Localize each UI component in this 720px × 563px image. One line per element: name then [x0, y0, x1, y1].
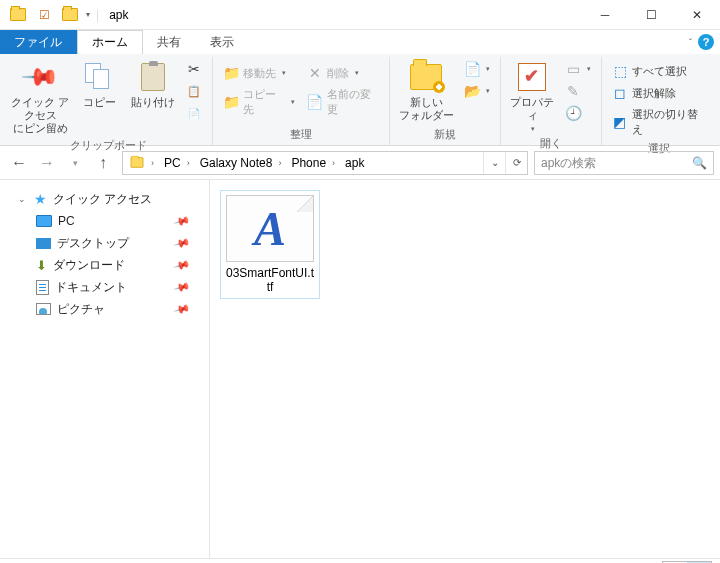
open-icon: ▭ [565, 61, 581, 77]
back-button[interactable]: ← [6, 150, 32, 176]
breadcrumb-device[interactable]: Galaxy Note8 [194, 152, 275, 174]
easy-access-icon: 📂 [464, 83, 480, 99]
rename-button[interactable]: 📄名前の変更 [303, 85, 384, 119]
properties-icon [518, 63, 546, 91]
ribbon: 📌 クイック アクセス にピン留め コピー 貼り付け ✂ 📋 📄 クリップボード… [0, 54, 720, 146]
folder-icon [8, 5, 28, 25]
easy-access-button[interactable]: 📂▾ [460, 81, 494, 101]
collapse-ribbon-icon[interactable]: ˇ [689, 37, 692, 47]
new-folder-icon [410, 64, 442, 90]
navigation-row: ← → ▾ ↑ › PC › Galaxy Note8 › Phone › ap… [0, 146, 720, 180]
copyto-icon: 📁 [223, 94, 239, 110]
invert-selection-button[interactable]: ◩選択の切り替え [608, 105, 710, 139]
sidebar-item-desktop[interactable]: デスクトップ 📌 [4, 232, 205, 254]
help-icon[interactable]: ? [698, 34, 714, 50]
forward-button[interactable]: → [34, 150, 60, 176]
paste-button[interactable]: 貼り付け [128, 57, 178, 109]
open-button[interactable]: ▭▾ [561, 59, 595, 79]
history-button[interactable]: 🕘 [561, 103, 595, 123]
tab-home[interactable]: ホーム [77, 30, 143, 54]
sidebar-item-pictures[interactable]: ピクチャ 📌 [4, 298, 205, 320]
chevron-right-icon[interactable]: › [274, 158, 285, 168]
ribbon-tabs: ファイル ホーム 共有 表示 ˇ ? [0, 30, 720, 54]
paste-shortcut-button[interactable]: 📄 [182, 103, 206, 123]
window-title: apk [99, 8, 128, 22]
rename-icon: 📄 [307, 94, 323, 110]
new-item-button[interactable]: 📄▾ [460, 59, 494, 79]
paste-icon [141, 63, 165, 91]
pin-icon: 📌 [173, 278, 192, 296]
pin-icon: 📌 [173, 256, 192, 274]
paste-label: 貼り付け [131, 96, 175, 109]
file-item[interactable]: A 03SmartFontUI.ttf [220, 190, 320, 299]
pin-to-quick-access-button[interactable]: 📌 クイック アクセス にピン留め [10, 57, 70, 136]
shortcut-icon: 📄 [186, 105, 202, 121]
copy-to-button[interactable]: 📁コピー先▾ [219, 85, 299, 119]
download-icon: ⬇ [36, 258, 47, 273]
tab-share[interactable]: 共有 [143, 30, 196, 54]
tab-view[interactable]: 表示 [196, 30, 249, 54]
move-to-button[interactable]: 📁移動先▾ [219, 63, 299, 83]
group-new: 新しい フォルダー 📄▾ 📂▾ 新規 [390, 57, 501, 145]
folder-icon [131, 157, 144, 167]
search-box[interactable]: 🔍 [534, 151, 714, 175]
delete-button[interactable]: ✕削除▾ [303, 63, 384, 83]
up-button[interactable]: ↑ [90, 150, 116, 176]
new-item-icon: 📄 [464, 61, 480, 77]
copypath-icon: 📋 [186, 83, 202, 99]
search-icon: 🔍 [692, 156, 707, 170]
pictures-icon [36, 303, 51, 315]
properties-button[interactable]: プロパティ▾ [507, 57, 557, 134]
refresh-button[interactable]: ⟳ [505, 152, 527, 174]
select-all-button[interactable]: ⬚すべて選択 [608, 61, 710, 81]
recent-locations-button[interactable]: ▾ [62, 150, 88, 176]
cut-icon: ✂ [186, 61, 202, 77]
folder-qat-icon [60, 5, 80, 25]
sidebar-item-documents[interactable]: ドキュメント 📌 [4, 276, 205, 298]
qat-dropdown-icon[interactable]: ▾ [86, 10, 90, 19]
desktop-icon [36, 238, 51, 249]
new-folder-button[interactable]: 新しい フォルダー [396, 57, 456, 122]
select-all-icon: ⬚ [612, 63, 628, 79]
quick-access-toolbar: ☑ ▾ | [0, 5, 99, 25]
title-bar: ☑ ▾ | apk ─ ☐ ✕ [0, 0, 720, 30]
copy-path-button[interactable]: 📋 [182, 81, 206, 101]
edit-button[interactable]: ✎ [561, 81, 595, 101]
select-none-icon: ◻ [612, 85, 628, 101]
delete-icon: ✕ [307, 65, 323, 81]
group-label-organize: 整理 [219, 125, 383, 145]
pc-icon [36, 215, 52, 227]
chevron-down-icon[interactable]: ⌄ [18, 194, 28, 204]
copy-icon [85, 63, 113, 91]
breadcrumb-apk[interactable]: apk [339, 152, 366, 174]
sidebar-item-pc[interactable]: PC 📌 [4, 210, 205, 232]
sidebar-item-downloads[interactable]: ⬇ ダウンロード 📌 [4, 254, 205, 276]
group-organize: 📁移動先▾ 📁コピー先▾ ✕削除▾ 📄名前の変更 整理 [213, 57, 390, 145]
close-button[interactable]: ✕ [674, 0, 720, 30]
address-bar[interactable]: › PC › Galaxy Note8 › Phone › apk ⌄ ⟳ [122, 151, 528, 175]
file-view[interactable]: A 03SmartFontUI.ttf [210, 180, 720, 558]
maximize-button[interactable]: ☐ [628, 0, 674, 30]
chevron-right-icon[interactable]: › [183, 158, 194, 168]
tab-file[interactable]: ファイル [0, 30, 77, 54]
chevron-right-icon[interactable]: › [147, 158, 158, 168]
chevron-right-icon[interactable]: › [328, 158, 339, 168]
pin-icon: 📌 [173, 212, 192, 230]
breadcrumb-pc[interactable]: PC [158, 152, 183, 174]
document-icon [36, 280, 49, 295]
cut-button[interactable]: ✂ [182, 59, 206, 79]
file-name: 03SmartFontUI.ttf [225, 266, 315, 294]
properties-qat-button[interactable]: ☑ [34, 5, 54, 25]
search-input[interactable] [541, 156, 692, 170]
pin-icon: 📌 [19, 56, 61, 98]
group-open: プロパティ▾ ▭▾ ✎ 🕘 開く [501, 57, 602, 145]
sidebar-quick-access[interactable]: ⌄ ★ クイック アクセス [4, 188, 205, 210]
copy-large-button[interactable]: コピー [74, 57, 124, 109]
group-label-new: 新規 [396, 125, 494, 145]
breadcrumb-phone[interactable]: Phone [285, 152, 328, 174]
minimize-button[interactable]: ─ [582, 0, 628, 30]
address-dropdown-button[interactable]: ⌄ [483, 152, 505, 174]
select-none-button[interactable]: ◻選択解除 [608, 83, 710, 103]
group-clipboard: 📌 クイック アクセス にピン留め コピー 貼り付け ✂ 📋 📄 クリップボード [4, 57, 213, 145]
body-area: ⌄ ★ クイック アクセス PC 📌 デスクトップ 📌 ⬇ ダウンロード 📌 ド… [0, 180, 720, 558]
